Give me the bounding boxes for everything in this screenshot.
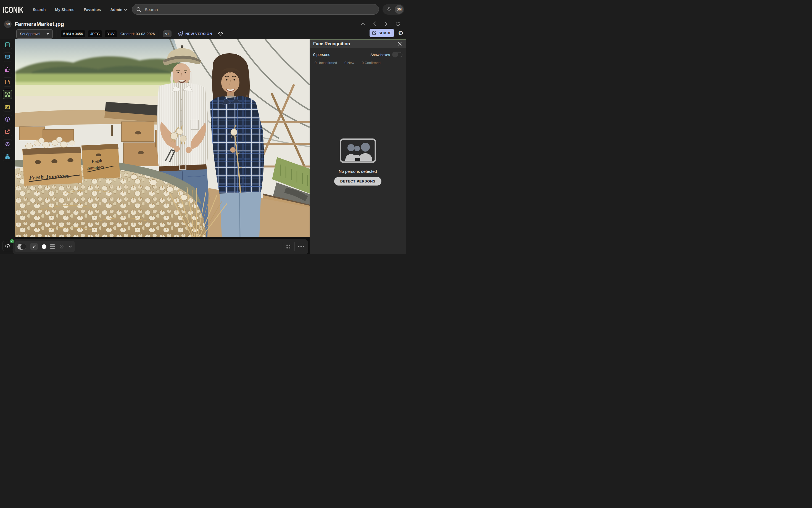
detect-persons-button[interactable]: DETECT PERSONS — [334, 177, 382, 185]
favorite-heart-icon[interactable] — [218, 31, 224, 36]
top-nav: ICONIK Search My Shares Favorites Admin — [0, 0, 406, 19]
upload-success-badge: ✓ — [10, 239, 14, 243]
dimensions-badge: 5184 x 3456 — [61, 30, 86, 37]
asset-owner-avatar: SM — [4, 20, 12, 28]
background-toggle[interactable] — [17, 244, 26, 250]
fullscreen-button[interactable] — [286, 244, 291, 249]
confirmed-count: 0 Confirmed — [362, 61, 380, 65]
dropdown-caret-icon — [46, 33, 49, 35]
no-persons-empty-state: No persons detected DETECT PERSONS — [310, 138, 406, 185]
sidebar-item-photos[interactable] — [3, 102, 12, 112]
upload-status-button[interactable]: ✓ — [2, 241, 13, 251]
thumbs-up-icon — [5, 68, 9, 72]
tools-expand-chevron[interactable] — [69, 246, 72, 248]
sidebar-item-face-recognition[interactable] — [3, 90, 12, 99]
next-asset-icon[interactable] — [382, 20, 390, 28]
annotation-list-button[interactable] — [50, 244, 55, 249]
asset-nav-controls — [359, 20, 402, 28]
comments-icon — [5, 55, 10, 59]
set-approval-dropdown[interactable]: Set Approval — [16, 29, 53, 39]
sidebar-item-shares[interactable] — [3, 127, 12, 136]
clear-annotations-button[interactable] — [58, 244, 65, 249]
fullscreen-icon — [286, 244, 291, 249]
refresh-icon[interactable] — [394, 20, 402, 28]
annotation-tools-group — [15, 241, 75, 252]
color-swatch-button[interactable] — [42, 244, 46, 249]
face-panel-controls: 0 persons Show boxes — [313, 52, 402, 57]
app-window: ICONIK Search My Shares Favorites Admin — [0, 0, 406, 254]
sidebar-item-comments[interactable] — [3, 52, 12, 62]
version-badge[interactable]: v1 — [163, 30, 172, 37]
asset-preview-image[interactable]: Fresh Tomatoes Fresh Tomatoes — [15, 39, 310, 237]
persons-group-icon — [340, 138, 376, 163]
metadata-icon — [5, 43, 9, 47]
brush-icon — [32, 244, 36, 249]
face-panel-title: Face Recognition — [313, 41, 350, 46]
sidebar-item-approvals[interactable] — [3, 65, 12, 74]
main-nav: Search My Shares Favorites Admin — [33, 7, 127, 12]
new-count: 0 New — [344, 61, 354, 65]
created-date: Created: 03-03-2026 — [120, 32, 155, 36]
tools-sidebar — [0, 39, 15, 254]
persons-count: 0 persons — [313, 52, 330, 57]
sidebar-item-history[interactable] — [3, 139, 12, 149]
camera-icon — [5, 105, 10, 109]
clear-x-icon — [58, 244, 65, 249]
search-input[interactable] — [144, 7, 360, 12]
viewer-toolbar-right — [282, 241, 304, 252]
collapse-up-icon[interactable] — [359, 20, 367, 28]
more-options-button[interactable] — [298, 246, 304, 247]
format-badge: JPEG — [88, 30, 102, 37]
colorspace-badge: YUV — [105, 30, 117, 37]
close-icon — [398, 42, 402, 46]
show-boxes-control: Show boxes — [370, 52, 402, 57]
cloud-upload-icon — [4, 243, 11, 249]
settings-gear-icon[interactable]: ⚙ — [398, 29, 404, 37]
nav-item-favorites[interactable]: Favorites — [84, 7, 101, 12]
toggle-knob — [21, 244, 26, 250]
face-panel-header: Face Recognition — [310, 40, 406, 48]
chevron-down-icon — [69, 246, 72, 248]
divider — [56, 30, 57, 38]
show-boxes-label: Show boxes — [370, 53, 390, 57]
set-approval-label: Set Approval — [20, 32, 40, 36]
asset-title: FarmersMarket.jpg — [15, 21, 64, 27]
nav-item-search[interactable]: Search — [33, 7, 46, 12]
sidebar-item-security[interactable] — [3, 115, 12, 124]
user-avatar[interactable]: SM — [395, 5, 404, 14]
empty-state-text: No persons detected — [338, 169, 377, 174]
prev-asset-icon[interactable] — [371, 20, 378, 28]
keyhole-lock-icon — [5, 117, 10, 122]
brush-tool-button[interactable] — [30, 243, 38, 250]
ellipsis-icon — [298, 246, 304, 247]
show-boxes-toggle[interactable] — [393, 52, 402, 57]
nav-item-admin-label: Admin — [111, 7, 123, 12]
file-icon — [5, 80, 9, 84]
sidebar-item-relations[interactable] — [3, 152, 12, 161]
global-search[interactable] — [132, 4, 379, 15]
nav-item-admin[interactable]: Admin — [111, 7, 127, 12]
new-version-button[interactable]: NEW VERSION — [177, 31, 212, 36]
sidebar-item-metadata[interactable] — [3, 40, 12, 49]
close-panel-button[interactable] — [397, 41, 402, 47]
face-recognition-icon — [5, 92, 10, 97]
divider — [294, 242, 295, 251]
asset-title-bar: SM FarmersMarket.jpg — [0, 19, 406, 29]
toggle-knob — [392, 52, 398, 57]
nav-item-my-shares[interactable]: My Shares — [55, 7, 74, 12]
chevron-down-icon — [124, 9, 127, 11]
sidebar-item-files[interactable] — [3, 77, 12, 87]
share-icon — [372, 31, 376, 35]
viewer-toolbar — [13, 239, 308, 254]
export-share-icon — [5, 130, 9, 133]
notifications-bell-icon[interactable] — [385, 5, 393, 13]
new-version-label: NEW VERSION — [185, 32, 212, 36]
face-recognition-panel: Face Recognition 0 persons Show boxes 0 … — [310, 39, 406, 254]
layers-plus-icon — [177, 31, 184, 36]
face-counts-row: 0 Unconfirmed 0 New 0 Confirmed — [315, 61, 380, 65]
share-button[interactable]: SHARE — [370, 29, 394, 37]
divider — [282, 242, 282, 251]
nav-right-pill: SM — [382, 4, 404, 15]
asset-viewer: Fresh Tomatoes Fresh Tomatoes — [15, 39, 310, 254]
history-clock-icon — [5, 142, 9, 146]
